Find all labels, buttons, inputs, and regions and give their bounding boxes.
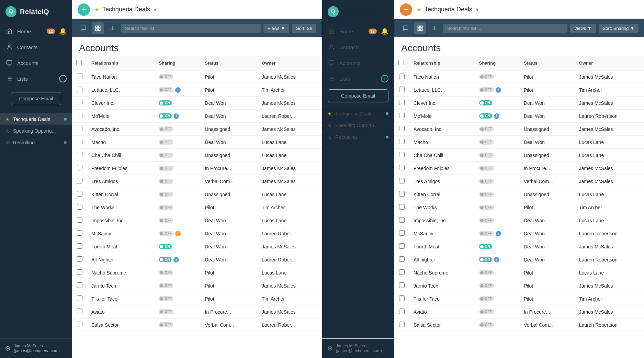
row-checkbox-cell[interactable] — [72, 266, 87, 279]
row-checkbox-cell[interactable] — [72, 279, 87, 292]
row-relationship[interactable]: All-nighter — [409, 253, 475, 266]
row-checkbox-cell[interactable] — [72, 175, 87, 188]
right-add-list-button[interactable]: + — [381, 75, 388, 82]
sharing-header[interactable]: Sharing — [155, 56, 201, 70]
search-input[interactable] — [121, 24, 261, 33]
row-relationship[interactable]: Clever Inc. — [87, 97, 155, 110]
compose-email-button[interactable]: Compose Email — [5, 89, 67, 108]
row-sharing[interactable]: OFF — [475, 70, 520, 83]
right-favorite-star-icon[interactable]: ★ — [416, 6, 422, 13]
row-sharing[interactable]: OFF — [475, 149, 520, 162]
row-sharing[interactable]: OFF — [475, 305, 520, 318]
row-checkbox-cell[interactable] — [72, 149, 87, 162]
row-relationship[interactable]: The Works — [87, 201, 155, 214]
row-sharing[interactable]: OFF — [155, 214, 201, 227]
row-checkbox-cell[interactable] — [394, 162, 409, 175]
row-sharing[interactable]: OFF — [155, 136, 201, 149]
row-relationship[interactable]: The Works — [409, 201, 475, 214]
sharing-toggle[interactable]: OFF — [159, 283, 173, 288]
sharing-toggle[interactable]: OFF — [159, 139, 173, 145]
sharing-toggle[interactable]: OFF — [479, 87, 494, 92]
status-header[interactable]: Status — [201, 56, 258, 70]
row-sharing[interactable]: OFF — [475, 123, 520, 136]
row-sharing[interactable]: ON — [475, 240, 520, 253]
row-checkbox-cell[interactable] — [72, 318, 87, 332]
row-relationship[interactable]: Tres Amigos — [87, 175, 155, 188]
row-relationship[interactable]: Macho — [409, 136, 475, 149]
favorite-star-icon[interactable]: ★ — [94, 6, 100, 13]
sharing-toggle[interactable]: OFF — [159, 309, 173, 314]
row-relationship[interactable]: Jarrito Tech — [87, 279, 155, 292]
row-checkbox-cell[interactable] — [72, 240, 87, 253]
sharing-toggle[interactable]: OFF — [479, 74, 494, 79]
sharing-toggle[interactable]: OFF — [159, 126, 173, 132]
sharing-toggle[interactable]: OFF — [479, 283, 494, 288]
sharing-toggle[interactable]: OFF — [159, 153, 173, 158]
row-relationship[interactable]: Tres Amigos — [409, 175, 475, 188]
sharing-toggle[interactable]: OFF — [479, 126, 494, 132]
row-relationship[interactable]: Jarrito Tech — [409, 279, 475, 292]
row-sharing[interactable]: OFF — [475, 201, 520, 214]
row-checkbox-cell[interactable] — [72, 162, 87, 175]
row-checkbox-cell[interactable] — [394, 83, 409, 97]
right-chart-icon-button[interactable] — [429, 22, 440, 34]
row-sharing[interactable]: OFFi — [475, 83, 520, 97]
sharing-toggle[interactable]: OFF — [479, 309, 494, 314]
right-sidebar-item-home[interactable]: Home 12 🔔 — [322, 23, 394, 39]
row-relationship[interactable]: Kitten Corral — [87, 188, 155, 201]
row-checkbox-cell[interactable] — [394, 175, 409, 188]
row-sharing[interactable]: OFF — [155, 175, 201, 188]
row-checkbox-cell[interactable] — [394, 266, 409, 279]
right-sidebar-item-accounts[interactable]: Accounts — [322, 55, 394, 71]
row-checkbox-cell[interactable] — [72, 253, 87, 266]
row-checkbox-cell[interactable] — [394, 136, 409, 149]
row-relationship[interactable]: T is for Taco — [409, 292, 475, 305]
row-sharing[interactable]: OFF — [155, 162, 201, 175]
right-chevron-down-icon[interactable]: ▼ — [475, 7, 480, 12]
row-relationship[interactable]: All-Nighter — [87, 253, 155, 266]
sidebar-item-home[interactable]: Home 12 🔔 — [0, 23, 72, 39]
sharing-toggle[interactable]: OFF — [159, 205, 173, 210]
right-select-all-header[interactable] — [394, 56, 409, 70]
row-checkbox-cell[interactable] — [394, 188, 409, 201]
row-sharing[interactable]: OFF — [475, 188, 520, 201]
row-relationship[interactable]: Avocado, Inc — [409, 123, 475, 136]
right-sidebar-item-lists[interactable]: Lists + — [322, 71, 394, 87]
row-sharing[interactable]: OFF — [475, 318, 520, 332]
sharing-toggle[interactable]: OFF — [479, 231, 494, 236]
row-relationship[interactable]: Taco Nation — [409, 70, 475, 83]
row-checkbox-cell[interactable] — [72, 70, 87, 83]
compose-email-label[interactable]: Compose Email — [11, 92, 61, 105]
grid-icon-button[interactable] — [92, 22, 104, 34]
row-checkbox-cell[interactable] — [72, 110, 87, 123]
sharing-toggle[interactable]: OFF — [479, 139, 494, 145]
sidebar-item-lists[interactable]: Lists + — [0, 71, 72, 87]
views-button[interactable]: Views ▼ — [263, 24, 289, 33]
row-relationship[interactable]: Lettuce, LLC. — [87, 83, 155, 97]
row-relationship[interactable]: Cha Cha Chili — [409, 149, 475, 162]
right-status-header[interactable]: Status — [520, 56, 575, 70]
right-sort-button[interactable]: Sort: Sharing ▼ — [599, 24, 639, 33]
row-sharing[interactable]: OFF — [475, 279, 520, 292]
row-relationship[interactable]: Salsa Sector — [409, 318, 475, 332]
sharing-toggle[interactable]: OFF — [159, 192, 173, 197]
row-sharing[interactable]: ON — [155, 240, 201, 253]
add-list-button[interactable]: + — [59, 75, 67, 82]
chart-icon-button[interactable] — [106, 22, 118, 34]
row-checkbox-cell[interactable] — [72, 97, 87, 110]
row-sharing[interactable]: OFF — [475, 292, 520, 305]
row-checkbox-cell[interactable] — [72, 123, 87, 136]
row-checkbox-cell[interactable] — [394, 70, 409, 83]
sharing-toggle[interactable]: OFF — [159, 218, 173, 223]
row-relationship[interactable]: McSaucy — [409, 227, 475, 240]
row-checkbox-cell[interactable] — [394, 240, 409, 253]
relationship-header[interactable]: Relationship — [87, 56, 155, 70]
row-sharing[interactable]: OFF — [155, 149, 201, 162]
row-checkbox-cell[interactable] — [72, 292, 87, 305]
row-sharing[interactable]: OFF — [155, 279, 201, 292]
right-grid-icon-button[interactable] — [414, 22, 426, 34]
sort-button[interactable]: Sort: Sh — [292, 24, 316, 33]
row-sharing[interactable]: OFF! — [155, 227, 201, 240]
row-relationship[interactable]: Aviato — [87, 305, 155, 318]
row-checkbox-cell[interactable] — [394, 292, 409, 305]
